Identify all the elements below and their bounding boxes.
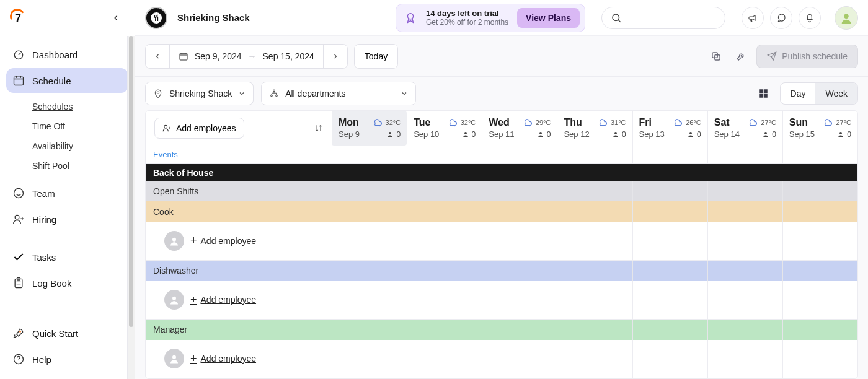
subnav-shiftpool[interactable]: Shift Pool (32, 156, 128, 176)
day-header-fri[interactable]: Fri26°C Sep 130 (632, 111, 707, 146)
shift-cell[interactable] (407, 222, 482, 259)
sidebar-scrollbar[interactable] (127, 36, 135, 379)
dow: Mon (339, 117, 359, 128)
section-header-back-of-house[interactable]: Back of House (146, 164, 857, 181)
shift-cell[interactable] (557, 222, 632, 259)
notifications-button[interactable] (799, 7, 821, 29)
event-cell[interactable] (482, 146, 557, 164)
event-cell[interactable] (782, 146, 857, 164)
shift-cell[interactable] (332, 340, 407, 378)
shift-cell[interactable] (707, 181, 782, 201)
shift-cell[interactable] (407, 281, 482, 319)
date-range-picker: Sep 9, 2024 → Sep 15, 2024 (145, 44, 348, 69)
rain-icon (672, 117, 683, 128)
shift-cell[interactable] (707, 340, 782, 378)
shift-cell[interactable] (557, 181, 632, 201)
shift-cell[interactable] (482, 222, 557, 259)
day-header-sat[interactable]: Sat27°C Sep 140 (707, 111, 782, 146)
label: Quick Start (32, 328, 78, 339)
count: 0 (472, 130, 476, 139)
shift-cell[interactable] (707, 281, 782, 319)
plus-icon: + (190, 294, 197, 307)
date-end: Sep 15, 2024 (263, 51, 314, 61)
subnav-availability[interactable]: Availability (32, 136, 128, 156)
svg-point-18 (276, 95, 278, 97)
shift-cell[interactable] (632, 340, 707, 378)
shift-cell[interactable] (332, 281, 407, 319)
messages-button[interactable] (770, 7, 792, 29)
shift-cell[interactable] (482, 340, 557, 378)
copy-schedule-button[interactable] (707, 47, 725, 66)
shift-cell[interactable] (632, 222, 707, 259)
day-header-tue[interactable]: Tue32°C Sep 100 (407, 111, 482, 146)
publish-schedule-button[interactable]: Publish schedule (756, 45, 858, 68)
role-header-dishwasher[interactable]: Dishwasher (146, 261, 857, 281)
nav-help[interactable]: Help (6, 347, 128, 372)
event-cell[interactable] (332, 146, 407, 164)
shift-cell[interactable] (707, 222, 782, 259)
nav-tasks[interactable]: Tasks (6, 245, 128, 269)
help-icon (12, 353, 25, 365)
event-cell[interactable] (407, 146, 482, 164)
shift-cell[interactable] (407, 340, 482, 378)
day-header-thu[interactable]: Thu31°C Sep 120 (557, 111, 632, 146)
role-label: Dishwasher (146, 261, 332, 281)
shift-cell[interactable] (407, 181, 482, 201)
search-input[interactable] (601, 7, 725, 29)
announcements-button[interactable] (742, 7, 764, 29)
shift-cell[interactable] (782, 222, 857, 259)
today-button[interactable]: Today (354, 44, 398, 69)
subnav-schedules[interactable]: Schedules (32, 97, 128, 116)
shift-cell[interactable] (482, 181, 557, 201)
scrollbar-thumb[interactable] (129, 36, 133, 327)
add-employees-button[interactable]: Add employees (154, 118, 244, 139)
layout-toggle-button[interactable] (754, 84, 773, 103)
org-logo[interactable] (145, 7, 167, 29)
nav-hiring[interactable]: Hiring (6, 207, 128, 232)
shift-cell[interactable] (332, 181, 407, 201)
nav-team[interactable]: Team (6, 181, 128, 206)
shift-cell[interactable] (557, 340, 632, 378)
profile-menu[interactable] (835, 6, 858, 30)
shift-cell[interactable] (782, 181, 857, 201)
add-employee-link[interactable]: + Add employee (190, 294, 256, 307)
nav-schedule[interactable]: Schedule (6, 68, 128, 93)
view-week-button[interactable]: Week (815, 83, 857, 104)
shift-cell[interactable] (782, 281, 857, 319)
gauge-icon (12, 48, 25, 61)
nav-dashboard[interactable]: Dashboard (6, 42, 128, 67)
tools-button[interactable] (732, 47, 750, 66)
location-dropdown[interactable]: Shrieking Shack (145, 82, 254, 105)
nav-logbook[interactable]: Log Book (6, 271, 128, 295)
shift-cell[interactable] (632, 281, 707, 319)
date-range-display[interactable]: Sep 9, 2024 → Sep 15, 2024 (169, 45, 324, 68)
day-header-sun[interactable]: Sun27°C Sep 150 (782, 111, 857, 146)
shift-cell[interactable] (782, 340, 857, 378)
day-header-wed[interactable]: Wed29°C Sep 110 (482, 111, 557, 146)
view-plans-button[interactable]: View Plans (517, 8, 580, 28)
shift-cell[interactable] (557, 281, 632, 319)
event-cell[interactable] (557, 146, 632, 164)
svg-rect-22 (763, 94, 767, 97)
next-week-button[interactable] (324, 45, 347, 68)
events-link[interactable]: Events (146, 146, 332, 164)
shift-cell[interactable] (482, 281, 557, 319)
role-header-cook[interactable]: Cook (146, 201, 857, 222)
event-cell[interactable] (707, 146, 782, 164)
role-header-manager[interactable]: Manager (146, 320, 857, 340)
prev-week-button[interactable] (146, 45, 169, 68)
sort-button[interactable] (314, 124, 323, 133)
plus-icon: + (190, 234, 197, 247)
event-cell[interactable] (632, 146, 707, 164)
subnav-timeoff[interactable]: Time Off (32, 116, 128, 136)
view-day-button[interactable]: Day (781, 83, 816, 104)
collapse-sidebar-button[interactable] (107, 9, 125, 27)
nav-quickstart[interactable]: Quick Start (6, 321, 128, 346)
departments-dropdown[interactable]: All departments (261, 82, 416, 105)
view-mode-toggle: Day Week (780, 82, 858, 105)
add-employee-link[interactable]: + Add employee (190, 352, 256, 365)
day-header-mon[interactable]: Mon 32°C Sep 9 0 (332, 111, 407, 146)
shift-cell[interactable] (332, 222, 407, 259)
shift-cell[interactable] (632, 181, 707, 201)
add-employee-link[interactable]: + Add employee (190, 234, 256, 247)
